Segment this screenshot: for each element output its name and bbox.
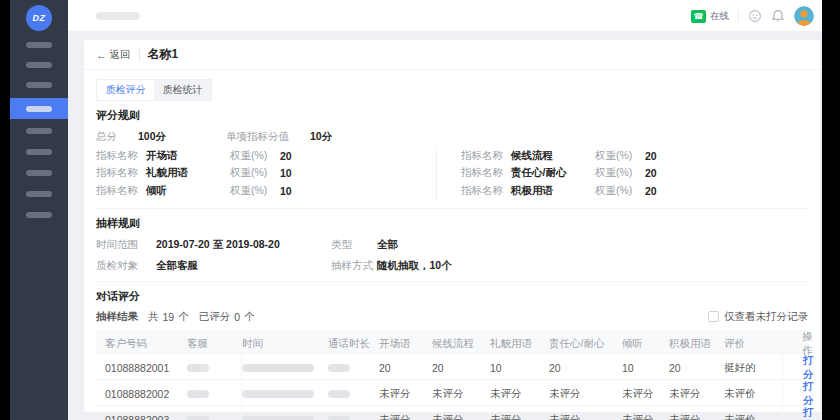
score-action-button[interactable]: 打分 bbox=[803, 354, 814, 382]
score-cell: 未评分 bbox=[432, 413, 490, 420]
time-placeholder bbox=[242, 364, 314, 372]
section-scoring-rules: 评分规则 总分 100分 单项指标分值 10分 指标名称 开场语 权重(%) 2… bbox=[84, 101, 820, 209]
indicator-label: 指标名称 bbox=[461, 166, 511, 180]
sidebar-item-label-placeholder bbox=[26, 106, 52, 112]
indicator-name: 礼貌用语 bbox=[146, 166, 230, 180]
table-row: 01088882003 未评分 未评分 未评分 未评分 未评分 未评分 未评价 … bbox=[96, 405, 808, 420]
filter-label: 仅查看未打分记录 bbox=[724, 310, 808, 324]
user-avatar[interactable] bbox=[794, 6, 814, 26]
sidebar-item[interactable] bbox=[26, 42, 52, 48]
score-cell: 20 bbox=[669, 362, 724, 374]
table-header-row: 客户号码 客服 时间 通话时长 开场语 候线流程 礼貌用语 责任心/耐心 倾听 … bbox=[96, 330, 808, 353]
single-score-label: 单项指标分值 bbox=[226, 130, 310, 144]
agent-placeholder bbox=[187, 390, 209, 398]
weight-label: 权重(%) bbox=[230, 184, 270, 198]
sampling-row: 质检对象 全部客服 抽样方式 随机抽取，10个 bbox=[96, 259, 808, 273]
count-unit: 个 bbox=[178, 310, 189, 324]
topbar: ☎ 在线 bbox=[68, 0, 822, 32]
col-header: 开场语 bbox=[379, 337, 432, 351]
indicator-label: 指标名称 bbox=[461, 149, 511, 163]
sampling-row: 时间范围 2019-07-20 至 2019-08-20 类型 全部 bbox=[96, 238, 808, 252]
sampling-result-row: 抽样结果 共 19 个 已评分 0 个 仅查看未打分记录 bbox=[84, 310, 820, 324]
field-value: 随机抽取，10个 bbox=[377, 259, 452, 273]
back-label: 返回 bbox=[110, 48, 131, 62]
total-value: 100分 bbox=[138, 130, 226, 144]
score-table: 客户号码 客服 时间 通话时长 开场语 候线流程 礼貌用语 责任心/耐心 倾听 … bbox=[96, 330, 808, 420]
app-logo[interactable]: DZ bbox=[26, 5, 52, 31]
total-count: 19 bbox=[163, 311, 175, 323]
weight-value: 10 bbox=[280, 185, 292, 197]
sidebar-item[interactable] bbox=[26, 82, 52, 88]
table-row: 01088882002 未评分 未评分 未评分 未评分 未评分 未评分 未评价 … bbox=[96, 379, 808, 405]
sidebar-item[interactable] bbox=[26, 128, 52, 134]
weight-value: 20 bbox=[280, 150, 292, 162]
detail-card: ← 返回 名称1 质检评分 质检统计 评分规则 总分 100分 单项指标分值 1… bbox=[84, 40, 820, 412]
score-action-button[interactable]: 打分 bbox=[803, 406, 814, 420]
sidebar-nav bbox=[10, 42, 68, 233]
sidebar-item[interactable] bbox=[26, 212, 52, 218]
customer-number: 01088882002 bbox=[96, 388, 187, 400]
header-divider bbox=[139, 49, 140, 61]
tab-quality-score[interactable]: 质检评分 bbox=[97, 80, 154, 100]
weight-label: 权重(%) bbox=[595, 166, 635, 180]
score-cell: 未评分 bbox=[669, 413, 724, 420]
weight-label: 权重(%) bbox=[595, 184, 635, 198]
score-cell: 未评分 bbox=[379, 413, 432, 420]
sidebar-item[interactable] bbox=[26, 62, 52, 68]
score-action-button[interactable]: 打分 bbox=[803, 380, 814, 408]
col-header: 通话时长 bbox=[328, 337, 379, 351]
indicator-row: 指标名称 开场语 权重(%) 20 bbox=[96, 147, 436, 165]
score-cell: 未评分 bbox=[379, 387, 432, 401]
topbar-divider bbox=[738, 10, 739, 22]
col-header: 评价 bbox=[724, 337, 782, 351]
back-button[interactable]: ← 返回 bbox=[96, 48, 131, 62]
score-cell: 10 bbox=[622, 362, 669, 374]
field-value: 全部客服 bbox=[156, 259, 331, 273]
sidebar-item[interactable] bbox=[26, 191, 52, 197]
weight-value: 20 bbox=[645, 167, 657, 179]
sidebar-item-active[interactable] bbox=[10, 98, 68, 119]
customer-number: 01088882003 bbox=[96, 414, 187, 420]
sidebar-item[interactable] bbox=[26, 170, 52, 176]
weight-label: 权重(%) bbox=[595, 149, 635, 163]
field-value: 2019-07-20 至 2019-08-20 bbox=[156, 238, 331, 252]
indicator-name: 倾听 bbox=[146, 184, 230, 198]
score-cell: 未评分 bbox=[549, 387, 622, 401]
online-status-toggle[interactable]: ☎ 在线 bbox=[691, 10, 729, 23]
score-cell: 未评分 bbox=[549, 413, 622, 420]
indicator-row: 指标名称 积极用语 权重(%) 20 bbox=[461, 182, 796, 200]
score-cell: 10 bbox=[490, 362, 549, 374]
tab-quality-stats[interactable]: 质检统计 bbox=[154, 80, 211, 100]
table-row: 01088882001 20 20 10 20 10 20 挺好的 打分 bbox=[96, 353, 808, 379]
weight-value: 20 bbox=[645, 150, 657, 162]
customer-service-icon[interactable] bbox=[748, 9, 762, 23]
agent-placeholder bbox=[187, 364, 209, 372]
indicator-row: 指标名称 候线流程 权重(%) 20 bbox=[461, 147, 796, 165]
indicator-label: 指标名称 bbox=[96, 184, 146, 198]
comment-cell: 未评价 bbox=[724, 413, 782, 420]
weight-value: 10 bbox=[280, 167, 292, 179]
section-title: 评分规则 bbox=[96, 108, 808, 123]
indicator-name: 积极用语 bbox=[511, 184, 595, 198]
single-score-value: 10分 bbox=[310, 130, 332, 144]
score-cell: 未评分 bbox=[669, 387, 724, 401]
sidebar-item[interactable] bbox=[26, 149, 52, 155]
count-unit: 个 bbox=[244, 310, 255, 324]
scored-count: 0 bbox=[234, 311, 240, 323]
section-dialog-scoring: 对话评分 抽样结果 共 19 个 已评分 0 个 仅查看未打分记录 客户号码 客… bbox=[84, 282, 820, 420]
indicator-row: 指标名称 礼貌用语 权重(%) 10 bbox=[96, 165, 436, 183]
checkbox[interactable] bbox=[708, 311, 719, 322]
result-label: 抽样结果 bbox=[96, 310, 138, 324]
sidebar: DZ bbox=[10, 0, 68, 420]
indicator-row: 指标名称 倾听 权重(%) 10 bbox=[96, 182, 436, 200]
field-label: 质检对象 bbox=[96, 259, 156, 273]
notification-bell-icon[interactable] bbox=[771, 9, 785, 23]
page-title: 名称1 bbox=[148, 46, 179, 63]
filter-unscored-toggle[interactable]: 仅查看未打分记录 bbox=[708, 310, 808, 324]
indicator-label: 指标名称 bbox=[96, 149, 146, 163]
duration-placeholder bbox=[328, 390, 350, 398]
scored-label: 已评分 bbox=[199, 310, 231, 324]
score-cell: 20 bbox=[549, 362, 622, 374]
indicator-label: 指标名称 bbox=[96, 166, 146, 180]
col-header: 候线流程 bbox=[432, 337, 490, 351]
